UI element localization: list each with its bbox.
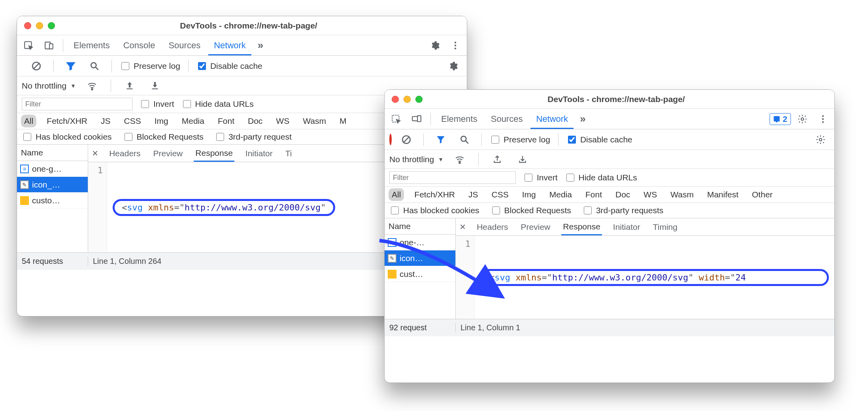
detail-tab-initiator[interactable]: Initiator bbox=[611, 219, 642, 235]
type-filter-wasm[interactable]: Wasm bbox=[300, 115, 329, 127]
disable-cache-checkbox[interactable]: Disable cache bbox=[196, 61, 262, 71]
has-blocked-cookies-checkbox[interactable]: Has blocked cookies bbox=[22, 132, 112, 142]
inspect-icon[interactable] bbox=[19, 38, 38, 53]
close-window-icon[interactable] bbox=[24, 22, 31, 29]
kebab-menu-icon[interactable] bbox=[446, 38, 464, 53]
filter-input[interactable] bbox=[389, 171, 516, 184]
disable-cache-checkbox[interactable]: Disable cache bbox=[566, 134, 632, 145]
detail-tab-timing-truncated[interactable]: Ti bbox=[284, 146, 294, 161]
network-conditions-wifi-icon[interactable] bbox=[451, 152, 469, 167]
maximize-window-icon[interactable] bbox=[415, 96, 423, 103]
hide-data-urls-checkbox[interactable]: Hide data URLs bbox=[181, 99, 254, 109]
clear-icon[interactable] bbox=[397, 132, 415, 147]
close-detail-icon[interactable]: × bbox=[92, 147, 98, 159]
filter-funnel-icon[interactable] bbox=[432, 132, 450, 147]
type-filter-doc[interactable]: Doc bbox=[245, 115, 266, 127]
type-filter-all[interactable]: All bbox=[389, 188, 404, 201]
detail-tab-headers[interactable]: Headers bbox=[475, 219, 509, 235]
hide-data-urls-checkbox[interactable]: Hide data URLs bbox=[565, 172, 637, 183]
type-filter-js[interactable]: JS bbox=[98, 115, 114, 127]
response-code[interactable]: 1 <svg xmlns="http://www.w3.org/2000/svg… bbox=[456, 236, 834, 319]
request-row[interactable]: ✎icon… bbox=[385, 250, 455, 266]
type-filter-css[interactable]: CSS bbox=[489, 188, 512, 201]
more-tabs-chevron-icon[interactable]: » bbox=[254, 39, 267, 51]
detail-tab-headers[interactable]: Headers bbox=[108, 146, 142, 161]
type-filter-other[interactable]: Other bbox=[749, 188, 776, 201]
tab-elements[interactable]: Elements bbox=[436, 109, 483, 129]
tab-sources[interactable]: Sources bbox=[485, 109, 528, 129]
tab-elements[interactable]: Elements bbox=[68, 36, 115, 55]
has-blocked-cookies-checkbox[interactable]: Has blocked cookies bbox=[389, 205, 479, 216]
request-row[interactable]: {}cust… bbox=[385, 266, 455, 282]
upload-har-icon[interactable] bbox=[488, 152, 506, 167]
tab-sources[interactable]: Sources bbox=[163, 36, 206, 55]
invert-checkbox[interactable]: Invert bbox=[523, 172, 558, 183]
detail-tab-initiator[interactable]: Initiator bbox=[244, 146, 274, 161]
clear-icon[interactable] bbox=[27, 59, 45, 74]
type-filter-all[interactable]: All bbox=[21, 115, 36, 127]
invert-checkbox[interactable]: Invert bbox=[140, 99, 174, 109]
type-filter-ws[interactable]: WS bbox=[640, 188, 660, 201]
minimize-window-icon[interactable] bbox=[36, 22, 43, 29]
tab-network[interactable]: Network bbox=[530, 109, 574, 129]
type-filter-fetchxhr[interactable]: Fetch/XHR bbox=[411, 188, 458, 201]
gear-icon[interactable] bbox=[793, 112, 811, 127]
type-filter-doc[interactable]: Doc bbox=[612, 188, 633, 201]
request-row[interactable]: ≡one-… bbox=[385, 235, 455, 250]
search-icon[interactable] bbox=[85, 59, 104, 74]
download-har-icon[interactable] bbox=[513, 152, 532, 167]
blocked-requests-checkbox[interactable]: Blocked Requests bbox=[491, 205, 571, 216]
type-filter-wasm[interactable]: Wasm bbox=[667, 188, 697, 201]
throttling-select[interactable]: No throttling▼ bbox=[389, 155, 443, 164]
search-icon[interactable] bbox=[455, 132, 474, 147]
type-filter-js[interactable]: JS bbox=[465, 188, 481, 201]
preserve-log-checkbox[interactable]: Preserve log bbox=[120, 61, 180, 71]
tab-network[interactable]: Network bbox=[208, 36, 251, 55]
device-toolbar-icon[interactable] bbox=[40, 38, 58, 53]
network-conditions-wifi-icon[interactable] bbox=[83, 78, 101, 93]
type-filter-img[interactable]: Img bbox=[519, 188, 539, 201]
third-party-requests-checkbox[interactable]: 3rd-party request bbox=[215, 132, 292, 142]
request-row[interactable]: ≡one-g… bbox=[17, 161, 88, 177]
record-stop-icon[interactable] bbox=[389, 135, 392, 144]
third-party-requests-checkbox[interactable]: 3rd-party requests bbox=[582, 205, 663, 216]
tab-console[interactable]: Console bbox=[118, 36, 161, 55]
kebab-menu-icon[interactable] bbox=[814, 112, 832, 127]
minimize-window-icon[interactable] bbox=[404, 96, 411, 103]
filter-input[interactable] bbox=[22, 98, 132, 110]
blocked-requests-checkbox[interactable]: Blocked Requests bbox=[123, 132, 204, 142]
preserve-log-checkbox[interactable]: Preserve log bbox=[490, 134, 550, 145]
close-detail-icon[interactable]: × bbox=[460, 221, 466, 233]
download-har-icon[interactable] bbox=[146, 78, 164, 93]
detail-tab-timing[interactable]: Timing bbox=[651, 219, 679, 235]
throttling-select[interactable]: No throttling▼ bbox=[22, 81, 76, 91]
network-settings-gear-icon[interactable] bbox=[811, 132, 830, 147]
type-filter-manifest[interactable]: Manifest bbox=[704, 188, 742, 201]
inspect-icon[interactable] bbox=[387, 112, 405, 127]
request-row[interactable]: {}custo… bbox=[17, 193, 88, 208]
detail-tab-response[interactable]: Response bbox=[561, 219, 602, 235]
network-settings-gear-icon[interactable] bbox=[444, 59, 462, 74]
filter-funnel-icon[interactable] bbox=[62, 59, 80, 74]
requests-name-header[interactable]: Name bbox=[17, 145, 88, 161]
requests-name-header[interactable]: Name bbox=[385, 218, 455, 235]
more-tabs-chevron-icon[interactable]: » bbox=[576, 113, 589, 125]
device-toolbar-icon[interactable] bbox=[408, 112, 426, 127]
gear-icon[interactable] bbox=[426, 38, 444, 53]
type-filter-fetchxhr[interactable]: Fetch/XHR bbox=[43, 115, 91, 127]
detail-tab-preview[interactable]: Preview bbox=[152, 146, 185, 161]
type-filter-ws[interactable]: WS bbox=[273, 115, 292, 127]
type-filter-font[interactable]: Font bbox=[215, 115, 238, 127]
type-filter-media[interactable]: Media bbox=[546, 188, 575, 201]
type-filter-font[interactable]: Font bbox=[582, 188, 605, 201]
upload-har-icon[interactable] bbox=[121, 78, 139, 93]
maximize-window-icon[interactable] bbox=[48, 22, 55, 29]
type-filter-media[interactable]: Media bbox=[179, 115, 208, 127]
type-filter-img[interactable]: Img bbox=[151, 115, 172, 127]
detail-tab-preview[interactable]: Preview bbox=[519, 219, 552, 235]
request-row[interactable]: ✎icon_… bbox=[17, 177, 88, 193]
detail-tab-response[interactable]: Response bbox=[194, 145, 234, 162]
type-filter-truncated[interactable]: M bbox=[336, 115, 350, 127]
type-filter-css[interactable]: CSS bbox=[121, 115, 144, 127]
issues-badge[interactable]: 2 bbox=[770, 113, 791, 125]
